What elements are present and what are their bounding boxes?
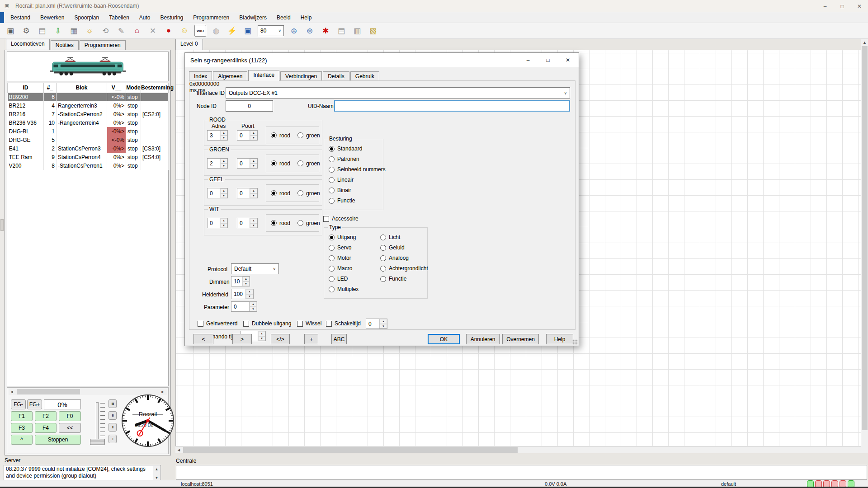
f1-button[interactable]: F1 — [11, 411, 33, 421]
schakeltijd-checkbox[interactable] — [326, 321, 332, 327]
radio-icon[interactable] — [329, 255, 335, 261]
wit-groen-radio[interactable]: groen — [297, 220, 320, 226]
column-#[interactable]: #_ — [44, 83, 57, 93]
radio-icon[interactable] — [380, 255, 386, 261]
spin-up-icon[interactable]: ▲ — [250, 218, 257, 223]
dialog-minimize-button[interactable]: – — [518, 53, 538, 67]
besturing-lineair-radio[interactable]: Lineair — [329, 177, 354, 183]
column-V[interactable]: V__ — [107, 83, 126, 93]
geel-groen-radio[interactable]: groen — [297, 190, 320, 197]
radio-icon[interactable] — [329, 276, 335, 282]
spin-up-icon[interactable]: ▲ — [250, 302, 257, 307]
geel-rood-radio[interactable]: rood — [271, 190, 290, 197]
radio-icon[interactable] — [380, 266, 386, 272]
groen-poort-spinner[interactable]: 0▲▼ — [237, 158, 258, 169]
card-index-icon[interactable]: ▥ — [351, 25, 363, 37]
help-button[interactable]: Help — [546, 334, 573, 344]
home-icon[interactable]: ⌂ — [131, 25, 143, 37]
power-lamp-icon[interactable]: ☼ — [84, 25, 95, 37]
menu-besturing[interactable]: Besturing — [156, 13, 189, 23]
resize-grip-icon[interactable] — [572, 339, 578, 345]
radio-icon[interactable] — [380, 245, 386, 251]
besturing-patronen-radio[interactable]: Patronen — [329, 156, 359, 162]
maximize-button[interactable]: □ — [834, 0, 851, 12]
spin-down-icon[interactable]: ▼ — [250, 193, 257, 198]
zoom-level-combobox[interactable]: 80∨ — [258, 25, 284, 36]
alert-icon[interactable]: ✱ — [320, 25, 331, 37]
nav-button-add[interactable]: + — [304, 334, 318, 344]
geel-adres-spinner[interactable]: 0▲▼ — [207, 188, 228, 198]
radio-icon[interactable] — [329, 286, 335, 292]
menu-tabellen[interactable]: Tabellen — [104, 13, 134, 23]
spin-down-icon[interactable]: ▼ — [250, 164, 257, 169]
f2-button[interactable]: F2 — [35, 411, 57, 421]
properties-gears-icon[interactable]: ⚙ — [20, 25, 32, 37]
menu-bladwijzers[interactable]: Bladwijzers — [234, 13, 272, 23]
workspace-icon[interactable]: ▣ — [5, 25, 16, 37]
dialog-tab-verbindingen[interactable]: Verbindingen — [280, 71, 322, 81]
type-functie-radio[interactable]: Functie — [380, 276, 406, 282]
table-row[interactable]: DHG-GE5<-0%stop — [8, 136, 169, 144]
radio-icon[interactable] — [380, 235, 386, 240]
rood-rood-radio[interactable]: rood — [271, 132, 290, 139]
radio-icon[interactable] — [329, 245, 335, 251]
radio-icon[interactable] — [271, 220, 277, 226]
groen-adres-spinner[interactable]: 2▲▼ — [207, 158, 228, 169]
radio-icon[interactable] — [329, 188, 335, 193]
radio-icon[interactable] — [380, 276, 386, 282]
scroll-up-icon[interactable]: ▲ — [155, 466, 159, 473]
spin-up-icon[interactable]: ▲ — [242, 277, 250, 282]
wissel-checkbox[interactable] — [297, 321, 303, 327]
log-scrollbar[interactable]: ▲▼ — [153, 466, 160, 481]
radio-icon[interactable] — [329, 146, 335, 152]
overnemen-button[interactable]: Overnemen — [502, 334, 539, 344]
interface-id-combobox[interactable]: Outputs DCC-EX #1 ∨ — [226, 87, 570, 99]
radio-icon[interactable] — [271, 190, 277, 196]
besturing-standaard-radio[interactable]: Standaard — [329, 145, 362, 152]
besturing-seinbeeld-nummers-radio[interactable]: Seinbeeld nummers — [329, 166, 386, 173]
speed-step-III[interactable]: III — [108, 411, 117, 420]
connect-power-icon[interactable]: ⚡ — [226, 25, 238, 37]
close-x-icon[interactable]: ✕ — [147, 25, 159, 37]
geinverteerd-checkbox[interactable] — [198, 321, 203, 327]
scroll-left-icon[interactable]: ◄ — [175, 448, 182, 452]
radio-icon[interactable] — [329, 235, 335, 240]
emergency-stop-icon[interactable]: ● — [163, 25, 175, 37]
edit-pencil-icon[interactable]: ✎ — [115, 25, 127, 37]
spin-down-icon[interactable]: ▼ — [250, 307, 257, 312]
dialog-tab-index[interactable]: Index — [189, 71, 212, 81]
scroll-thumb[interactable] — [862, 46, 868, 430]
tab-notities[interactable]: Notities — [51, 40, 79, 50]
wissel-option[interactable]: Wissel — [297, 320, 321, 327]
table-row[interactable]: BR236 V3610-Rangeerterrein40%>stop — [8, 118, 169, 127]
spin-down-icon[interactable]: ▼ — [220, 136, 227, 141]
fg-minus-button[interactable]: FG- — [11, 399, 26, 409]
radio-icon[interactable] — [271, 132, 277, 138]
type-led-radio[interactable]: LED — [329, 276, 348, 282]
table-row[interactable]: BR2124Rangeerterrein30%>stop — [8, 101, 169, 110]
wit-rood-radio[interactable]: rood — [271, 220, 290, 226]
groen-rood-radio[interactable]: rood — [271, 160, 290, 167]
spin-up-icon[interactable]: ▲ — [220, 159, 227, 164]
groen-groen-radio[interactable]: groen — [297, 160, 320, 167]
table-row[interactable]: DHG-BL1-0%>stop — [8, 127, 169, 136]
helderheid-spinner[interactable]: 100 ▲▼ — [231, 289, 254, 299]
wit-poort-spinner[interactable]: 0▲▼ — [237, 218, 258, 228]
monitor-icon[interactable]: ▣ — [242, 25, 254, 37]
menu-spoorplan[interactable]: Spoorplan — [69, 13, 104, 23]
menu-bestand[interactable]: Bestand — [5, 13, 35, 23]
minimize-button[interactable]: – — [816, 0, 834, 12]
notes-icon[interactable]: ▤ — [335, 25, 347, 37]
schakeltijd-option[interactable]: Schakeltijd — [326, 320, 361, 327]
radio-icon[interactable] — [297, 220, 303, 226]
spin-up-icon[interactable]: ▲ — [220, 218, 227, 223]
close-button[interactable]: ✕ — [851, 0, 868, 12]
dubbele-uitgang-option[interactable]: Dubbele uitgang — [243, 320, 291, 327]
menu-bewerken[interactable]: Bewerken — [35, 13, 69, 23]
type-licht-radio[interactable]: Licht — [380, 234, 400, 240]
clipboard-icon[interactable]: ▧ — [367, 25, 379, 37]
print-icon[interactable]: ▦ — [68, 25, 80, 37]
radio-icon[interactable] — [271, 160, 277, 166]
radio-icon[interactable] — [297, 190, 303, 196]
spin-up-icon[interactable]: ▲ — [250, 188, 257, 193]
